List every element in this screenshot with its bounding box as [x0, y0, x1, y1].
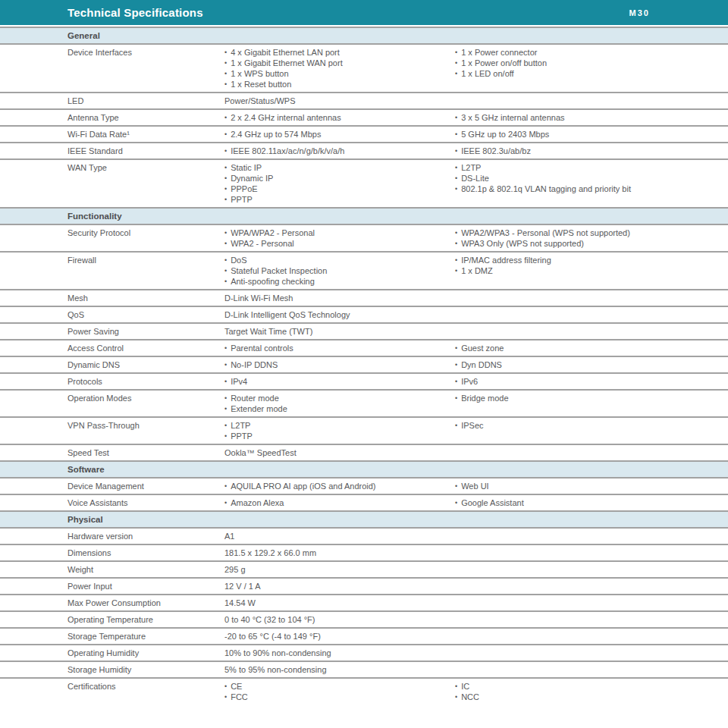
- bullet-item: •PPTP: [224, 431, 455, 441]
- spec-col1: •AQUILA PRO AI app (iOS and Android): [224, 481, 455, 491]
- spec-col1: •4 x Gigabit Ethernet LAN port•1 x Gigab…: [224, 47, 455, 89]
- bullet-item-text: 1 x WPS button: [231, 69, 288, 78]
- bullet-item-text: L2TP: [461, 163, 481, 172]
- spec-row-speed-test: Speed TestOokla™ SpeedTest: [0, 444, 728, 460]
- bullet-item-text: 1 x Reset button: [231, 80, 291, 89]
- spec-row-max-power-consumption: Max Power Consumption14.54 W: [0, 594, 728, 610]
- bullet-item-text: AQUILA PRO AI app (iOS and Android): [231, 482, 375, 491]
- spec-value: -20 to 65 °C (-4 to 149 °F): [224, 631, 728, 642]
- spec-col1: •Router mode•Extender mode: [224, 393, 455, 414]
- bullet-icon: •: [455, 228, 457, 238]
- bullet-icon: •: [224, 228, 227, 238]
- bullet-icon: •: [224, 238, 227, 249]
- spec-row-certifications: Certifications•CE•FCC•IC•NCC: [0, 677, 728, 704]
- bullet-item-text: No-IP DDNS: [231, 360, 278, 369]
- bullet-icon: •: [224, 403, 227, 414]
- section-header-physical: Physical: [0, 510, 728, 527]
- row-label: Operating Temperature: [67, 614, 224, 625]
- row-label: Operating Humidity: [67, 648, 224, 658]
- spec-row-weight: Weight295 g: [0, 560, 728, 577]
- bullet-icon: •: [455, 112, 457, 123]
- bullet-item: •WPA/WPA2 - Personal: [224, 228, 455, 238]
- spec-col1: •Amazon Alexa: [224, 497, 455, 508]
- row-label: Device Management: [67, 481, 224, 491]
- spec-row-mesh: MeshD-Link Wi-Fi Mesh: [0, 289, 728, 306]
- spec-col1: •CE•FCC: [224, 681, 455, 702]
- row-label: Operation Modes: [67, 393, 224, 414]
- bullet-item-text: Parental controls: [231, 344, 293, 353]
- spec-row-protocols: Protocols•IPv4•IPv6: [0, 372, 728, 389]
- bullet-item-text: PPPoE: [231, 184, 257, 193]
- bullet-icon: •: [455, 265, 457, 276]
- bullet-icon: •: [224, 420, 227, 431]
- bullet-item: •Bridge mode: [455, 393, 728, 403]
- bullet-icon: •: [224, 68, 227, 79]
- spec-col2: •WPA2/WPA3 - Personal (WPS not supported…: [455, 228, 728, 249]
- bullet-item-text: FCC: [231, 692, 248, 701]
- spec-value: 14.54 W: [224, 598, 728, 608]
- spec-col2: •Guest zone: [455, 343, 728, 353]
- bullet-item-text: DoS: [231, 256, 246, 265]
- spec-col1: •IPv4: [224, 376, 455, 387]
- bullet-icon: •: [455, 184, 457, 194]
- row-label: Firewall: [67, 255, 224, 287]
- bullet-item: •IPSec: [455, 420, 728, 431]
- row-label: QoS: [67, 309, 224, 320]
- spec-col1: •IEEE 802.11ax/ac/n/g/b/k/v/a/h: [224, 146, 455, 156]
- spec-row-antenna-type: Antenna Type•2 x 2.4 GHz internal antenn…: [0, 108, 728, 125]
- bullet-item-text: 802.1p & 802.1q VLAN tagging and priorit…: [461, 184, 631, 193]
- spec-row-operating-temperature: Operating Temperature0 to 40 °C (32 to 1…: [0, 610, 728, 627]
- section-title: General: [67, 31, 100, 40]
- bullet-item: •Amazon Alexa: [224, 497, 455, 508]
- bullet-icon: •: [224, 184, 227, 194]
- spec-row-device-interfaces: Device Interfaces•4 x Gigabit Ethernet L…: [0, 43, 728, 92]
- spec-value: 12 V / 1 A: [224, 581, 728, 592]
- bullet-icon: •: [455, 481, 457, 491]
- row-label: Protocols: [67, 376, 224, 387]
- bullet-icon: •: [455, 393, 457, 403]
- bullet-item: •1 x WPS button: [224, 68, 455, 79]
- bullet-item: •DS-Lite: [455, 173, 728, 184]
- bullet-item: •Router mode: [224, 393, 455, 403]
- bullet-item-text: 1 x Gigabit Ethernet WAN port: [231, 58, 343, 67]
- bullet-item-text: Amazon Alexa: [231, 498, 284, 507]
- bullet-item-text: 1 x Power connector: [461, 48, 537, 57]
- bullet-icon: •: [455, 420, 457, 431]
- spec-col1: •L2TP•PPTP: [224, 420, 455, 441]
- bullet-item-text: CE: [231, 682, 242, 691]
- spec-col1: •WPA/WPA2 - Personal•WPA2 - Personal: [224, 228, 455, 249]
- bullet-icon: •: [455, 359, 457, 370]
- spec-value: 0 to 40 °C (32 to 104 °F): [224, 614, 728, 625]
- bullet-item-text: PPTP: [231, 431, 253, 441]
- row-label: Storage Temperature: [67, 631, 224, 642]
- spec-col2: •Bridge mode: [455, 393, 728, 414]
- bullet-item-text: 2.4 GHz up to 574 Mbps: [231, 130, 321, 139]
- spec-row-dimensions: Dimensions181.5 x 129.2 x 66.0 mm: [0, 544, 728, 560]
- spec-col2: •1 x Power connector•1 x Power on/off bu…: [455, 47, 728, 89]
- spec-col2: •IEEE 802.3u/ab/bz: [455, 146, 728, 156]
- bullet-item: •IP/MAC address filtering: [455, 255, 728, 265]
- section-header-functionality: Functionality: [0, 207, 728, 224]
- spec-sheet-page: Technical Specifications M30 GeneralDevi…: [0, 0, 728, 728]
- bullet-icon: •: [224, 173, 227, 184]
- spec-row-storage-temperature: Storage Temperature-20 to 65 °C (-4 to 1…: [0, 627, 728, 644]
- spec-row-ieee-standard: IEEE Standard•IEEE 802.11ax/ac/n/g/b/k/v…: [0, 142, 728, 158]
- spec-col1: •Static IP•Dynamic IP•PPPoE•PPTP: [224, 162, 455, 205]
- spec-col2: •IP/MAC address filtering•1 x DMZ: [455, 255, 728, 287]
- spec-col2: •Dyn DDNS: [455, 359, 728, 370]
- spec-row-firewall: Firewall•DoS•Stateful Packet Inspection•…: [0, 251, 728, 289]
- row-label: Speed Test: [67, 447, 224, 458]
- spec-value: 10% to 90% non-condensing: [224, 648, 728, 658]
- bullet-item: •1 x DMZ: [455, 265, 728, 276]
- bullet-item-text: WPA2/WPA3 - Personal (WPS not supported): [461, 228, 630, 237]
- spec-col2: •IPSec: [455, 420, 728, 441]
- row-label: Power Saving: [67, 326, 224, 337]
- spec-col2: •Google Assistant: [455, 497, 728, 508]
- bullet-icon: •: [224, 265, 227, 276]
- bullet-icon: •: [455, 343, 457, 353]
- bullet-item: •4 x Gigabit Ethernet LAN port: [224, 47, 455, 58]
- section-title: Functionality: [67, 212, 122, 221]
- spec-table: GeneralDevice Interfaces•4 x Gigabit Eth…: [0, 27, 728, 704]
- row-label: Dimensions: [67, 548, 224, 558]
- spec-row-vpn-pass-through: VPN Pass-Through•L2TP•PPTP•IPSec: [0, 416, 728, 444]
